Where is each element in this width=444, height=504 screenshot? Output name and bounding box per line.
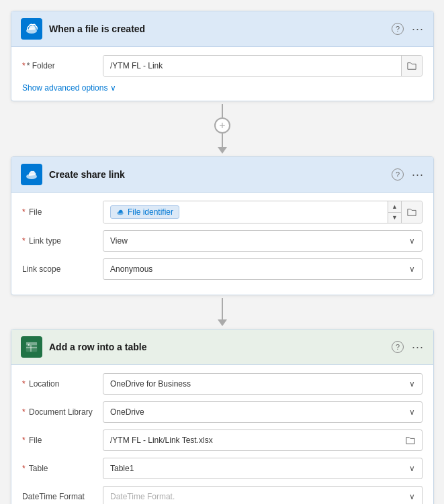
share-file-label: * File bbox=[22, 207, 96, 217]
share-file-browse-icon[interactable] bbox=[401, 201, 422, 223]
connector-arrow-1 bbox=[218, 147, 227, 154]
trigger-card: When a file is created ? ··· ** Folder /… bbox=[11, 11, 434, 101]
share-menu-icon[interactable]: ··· bbox=[412, 168, 424, 182]
table-card: X Add a row into a table ? ··· * Locatio… bbox=[11, 329, 434, 504]
share-header-right: ? ··· bbox=[392, 168, 424, 182]
table-icon: X bbox=[21, 336, 42, 358]
trigger-folder-browse-icon[interactable] bbox=[401, 56, 422, 76]
table-datetime-row: DateTime Format DateTime Format. ∨ bbox=[22, 486, 423, 504]
trigger-help-icon[interactable]: ? bbox=[392, 23, 404, 35]
share-link-scope-row: Link scope Anonymous ∨ bbox=[22, 258, 423, 280]
trigger-icon bbox=[21, 18, 42, 40]
table-doc-library-dropdown[interactable]: OneDrive ∨ bbox=[103, 401, 423, 423]
table-location-row: * Location OneDrive for Business ∨ bbox=[22, 373, 423, 395]
connector-arrow-2 bbox=[218, 319, 227, 326]
table-card-body: * Location OneDrive for Business ∨ * Doc… bbox=[11, 365, 433, 504]
share-card: Create share link ? ··· * File bbox=[11, 156, 434, 295]
table-location-dropdown[interactable]: OneDrive for Business ∨ bbox=[103, 373, 423, 395]
table-table-row: * Table Table1 ∨ bbox=[22, 458, 423, 479]
trigger-show-advanced-button[interactable]: Show advanced options ∨ bbox=[22, 83, 116, 93]
connector-1: + bbox=[214, 101, 230, 156]
table-help-icon[interactable]: ? bbox=[392, 341, 404, 353]
table-header-right: ? ··· bbox=[392, 340, 424, 354]
trigger-card-header: When a file is created ? ··· bbox=[11, 11, 433, 47]
trigger-folder-row: ** Folder /YTM FL - Link bbox=[22, 55, 423, 77]
table-datetime-label: DateTime Format bbox=[22, 492, 96, 501]
share-file-row: * File File identifier ▲ bbox=[22, 201, 423, 223]
trigger-folder-label: ** Folder bbox=[22, 61, 96, 70]
share-file-input[interactable]: File identifier ▲ ▼ bbox=[103, 201, 423, 223]
table-doc-library-row: * Document Library OneDrive ∨ bbox=[22, 401, 423, 423]
trigger-title: When a file is created bbox=[49, 23, 145, 34]
file-identifier-token: File identifier bbox=[110, 205, 179, 219]
table-location-label: * Location bbox=[22, 379, 96, 389]
table-file-label: * File bbox=[22, 436, 96, 445]
table-file-input[interactable]: /YTM FL - Link/Link Test.xlsx bbox=[103, 430, 423, 451]
table-menu-icon[interactable]: ··· bbox=[412, 340, 424, 354]
table-doc-library-value: OneDrive bbox=[110, 407, 144, 417]
link-type-chevron-icon: ∨ bbox=[409, 236, 415, 246]
share-file-down-arrow[interactable]: ▼ bbox=[388, 213, 401, 223]
trigger-card-body: ** Folder /YTM FL - Link Show advanced o… bbox=[11, 47, 433, 101]
share-link-scope-label: Link scope bbox=[22, 264, 96, 274]
share-card-header: Create share link ? ··· bbox=[11, 157, 433, 193]
share-help-icon[interactable]: ? bbox=[392, 168, 404, 181]
trigger-menu-icon[interactable]: ··· bbox=[412, 22, 424, 36]
share-file-arrows[interactable]: ▲ ▼ bbox=[388, 201, 401, 223]
table-doc-library-label: * Document Library bbox=[22, 407, 96, 417]
table-location-value: OneDrive for Business bbox=[110, 379, 191, 389]
table-table-dropdown[interactable]: Table1 ∨ bbox=[103, 458, 423, 479]
location-chevron-icon: ∨ bbox=[409, 379, 415, 389]
trigger-header-left: When a file is created bbox=[21, 18, 145, 40]
table-file-row: * File /YTM FL - Link/Link Test.xlsx bbox=[22, 430, 423, 451]
connector-line-2a bbox=[222, 298, 223, 309]
share-link-scope-value: Anonymous bbox=[110, 264, 152, 274]
doc-library-chevron-icon: ∨ bbox=[409, 407, 415, 417]
connector-line-2b bbox=[222, 309, 223, 319]
share-link-scope-dropdown[interactable]: Anonymous ∨ bbox=[103, 258, 423, 280]
add-step-button-1[interactable]: + bbox=[214, 117, 230, 134]
table-table-value: Table1 bbox=[110, 464, 134, 473]
share-link-type-dropdown[interactable]: View ∨ bbox=[103, 230, 423, 252]
table-datetime-dropdown[interactable]: DateTime Format. ∨ bbox=[103, 486, 423, 504]
trigger-folder-input[interactable]: /YTM FL - Link bbox=[103, 55, 423, 77]
table-chevron-icon: ∨ bbox=[409, 464, 415, 473]
share-file-up-arrow[interactable]: ▲ bbox=[388, 201, 401, 213]
connector-line-1b bbox=[222, 134, 223, 147]
trigger-folder-value: /YTM FL - Link bbox=[110, 61, 163, 70]
share-header-left: Create share link bbox=[21, 164, 125, 185]
table-table-label: * Table bbox=[22, 464, 96, 473]
connector-2 bbox=[218, 295, 227, 329]
table-file-value: /YTM FL - Link/Link Test.xlsx bbox=[110, 436, 213, 445]
share-card-body: * File File identifier ▲ bbox=[11, 193, 433, 295]
table-card-header: X Add a row into a table ? ··· bbox=[11, 330, 433, 365]
file-identifier-label: File identifier bbox=[128, 207, 173, 217]
table-file-browse-icon[interactable] bbox=[406, 436, 415, 445]
trigger-header-right: ? ··· bbox=[392, 22, 424, 36]
connector-line-1 bbox=[222, 104, 223, 117]
datetime-chevron-icon: ∨ bbox=[409, 492, 415, 501]
table-title: Add a row into a table bbox=[49, 342, 146, 352]
share-link-type-value: View bbox=[110, 236, 128, 246]
share-icon bbox=[21, 164, 42, 185]
share-link-type-label: * Link type bbox=[22, 236, 96, 246]
table-header-left: X Add a row into a table bbox=[21, 336, 146, 358]
table-datetime-placeholder: DateTime Format. bbox=[110, 492, 175, 501]
link-scope-chevron-icon: ∨ bbox=[409, 264, 415, 274]
share-title: Create share link bbox=[49, 169, 125, 180]
share-link-type-row: * Link type View ∨ bbox=[22, 230, 423, 252]
